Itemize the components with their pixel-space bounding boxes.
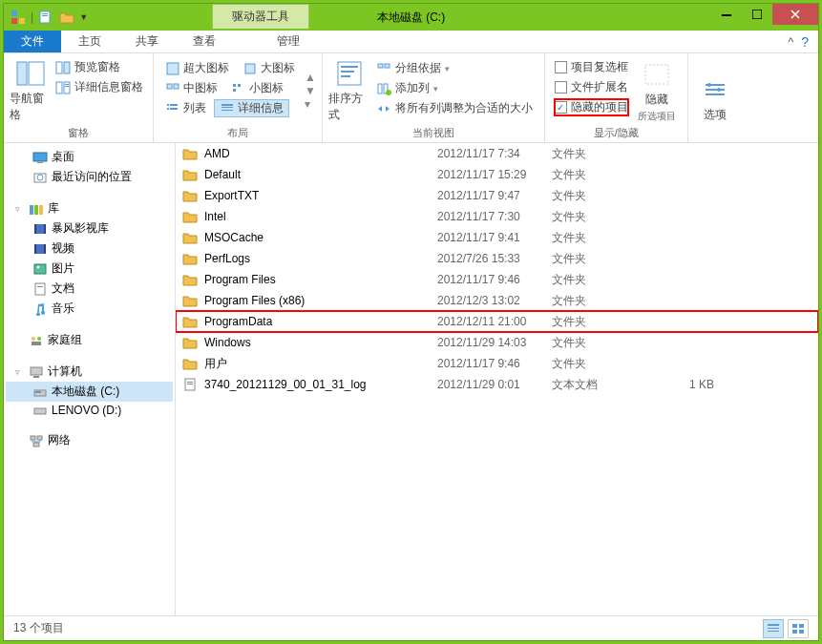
list-icon [165, 102, 180, 115]
file-extensions-toggle[interactable]: 文件扩展名 [555, 79, 628, 95]
file-row[interactable]: AMD2012/11/17 7:34文件夹 [176, 143, 818, 164]
file-name: MSOCache [204, 231, 437, 244]
svg-rect-8 [752, 10, 762, 19]
sidebar-item-libraries[interactable]: ▿库 [6, 198, 173, 218]
pictures-icon [32, 262, 48, 276]
preview-pane-button[interactable]: 预览窗格 [55, 59, 143, 75]
svg-rect-81 [799, 624, 804, 628]
file-type: 文件夹 [552, 272, 647, 288]
expand-icon[interactable]: ▿ [15, 367, 25, 377]
view-list[interactable]: 列表 [159, 99, 212, 117]
file-row[interactable]: ExportTXT2012/11/17 9:47文件夹 [176, 185, 818, 206]
view-toggle-icons[interactable] [788, 619, 809, 638]
properties-icon[interactable] [37, 9, 54, 26]
svg-rect-26 [167, 108, 169, 110]
svg-rect-61 [35, 283, 45, 295]
svg-rect-24 [167, 104, 169, 106]
minimize-ribbon-icon[interactable]: ^ [789, 35, 794, 49]
view-large[interactable]: 大图标 [237, 59, 301, 77]
file-row[interactable]: 3740_20121129_00_01_31_log2012/11/29 0:0… [176, 374, 818, 395]
file-row[interactable]: Program Files2012/11/17 9:46文件夹 [176, 269, 818, 290]
file-row[interactable]: Windows2012/11/29 14:03文件夹 [176, 332, 818, 353]
layout-more-icon[interactable]: ▾ [305, 97, 316, 111]
file-name: Intel [204, 210, 437, 223]
documents-icon [32, 282, 48, 296]
expand-icon[interactable]: ▿ [15, 204, 25, 214]
view-details[interactable]: 详细信息 [214, 99, 289, 117]
svg-rect-62 [37, 286, 43, 287]
new-folder-icon[interactable] [58, 9, 75, 26]
file-type: 文件夹 [552, 209, 647, 225]
file-list[interactable]: AMD2012/11/17 7:34文件夹Default2012/11/17 1… [176, 143, 818, 615]
svg-point-63 [32, 337, 35, 341]
hidden-items-toggle[interactable]: ✓隐藏的项目 [555, 99, 628, 115]
file-row[interactable]: MSOCache2012/11/17 9:41文件夹 [176, 227, 818, 248]
file-type: 文件夹 [552, 146, 647, 162]
file-date: 2012/12/11 21:00 [437, 315, 552, 328]
sort-icon [334, 58, 365, 89]
view-toggle-details[interactable] [763, 619, 784, 638]
svg-rect-50 [30, 205, 33, 215]
layout-down-icon[interactable]: ▼ [305, 84, 316, 97]
ribbon-tabs: 文件 主页 共享 查看 管理 ^ ? [4, 31, 818, 53]
sidebar-item-network[interactable]: 网络 [6, 430, 173, 450]
file-name: Program Files (x86) [204, 294, 437, 307]
tab-manage[interactable]: 管理 [260, 31, 317, 52]
file-size: 1 KB [647, 378, 724, 391]
sidebar-item-homegroup[interactable]: 家庭组 [6, 330, 173, 350]
add-columns-button[interactable]: 添加列▾ [374, 79, 535, 97]
tab-file[interactable]: 文件 [4, 31, 61, 52]
help-icon[interactable]: ? [801, 34, 809, 50]
libraries-icon [29, 202, 44, 216]
file-row[interactable]: Intel2012/11/17 7:30文件夹 [176, 206, 818, 227]
sidebar-item-storm[interactable]: 暴风影视库 [6, 218, 173, 239]
qat-dropdown-icon[interactable]: ▼ [79, 12, 88, 22]
file-type: 文本文档 [552, 377, 647, 393]
file-row[interactable]: Default2012/11/17 15:29文件夹 [176, 164, 818, 185]
sidebar-item-documents[interactable]: 文档 [6, 279, 173, 299]
sidebar-item-cdrive[interactable]: 本地磁盘 (C:) [6, 382, 173, 402]
details-icon [220, 102, 235, 115]
close-button[interactable] [772, 4, 818, 25]
ribbon-group-options: 选项 [688, 53, 742, 142]
sidebar-item-videos[interactable]: 视频 [6, 239, 173, 259]
add-columns-icon [376, 82, 391, 95]
sort-by-button[interactable]: 排序方式 [328, 57, 370, 124]
hide-selected-button[interactable]: 隐藏 所选项目 [632, 57, 682, 124]
group-by-button[interactable]: 分组依据▾ [374, 59, 535, 77]
minimize-button[interactable] [711, 4, 742, 25]
view-small[interactable]: 小图标 [225, 79, 289, 97]
ribbon-group-layout-label: 布局 [159, 124, 316, 140]
tab-view[interactable]: 查看 [176, 31, 233, 52]
navigation-pane-button[interactable]: 导航窗格 [10, 57, 52, 124]
folder-icon [181, 335, 199, 350]
sidebar-item-desktop[interactable]: 桌面 [6, 147, 173, 167]
maximize-button[interactable] [742, 4, 772, 25]
layout-up-icon[interactable]: ▲ [305, 71, 316, 84]
navigation-pane-label: 导航窗格 [10, 91, 52, 123]
svg-rect-69 [35, 391, 41, 393]
sidebar-item-recent[interactable]: 最近访问的位置 [6, 167, 173, 187]
fit-columns-button[interactable]: 将所有列调整为合适的大小 [374, 99, 535, 117]
file-row[interactable]: 用户2012/11/17 9:46文件夹 [176, 353, 818, 374]
details-pane-button[interactable]: 详细信息窗格 [55, 79, 143, 95]
svg-rect-5 [42, 13, 48, 14]
file-icon [181, 377, 199, 392]
svg-rect-66 [31, 367, 42, 375]
file-row[interactable]: ProgramData2012/12/11 21:00文件夹 [176, 311, 818, 332]
sidebar-item-ddrive[interactable]: LENOVO (D:) [6, 402, 173, 419]
sidebar-item-music[interactable]: 音乐 [6, 299, 173, 319]
sidebar-item-pictures[interactable]: 图片 [6, 259, 173, 279]
item-checkboxes-toggle[interactable]: 项目复选框 [555, 59, 628, 75]
tab-home[interactable]: 主页 [61, 31, 118, 52]
view-medium[interactable]: 中图标 [159, 79, 223, 97]
status-bar: 13 个项目 [4, 615, 818, 640]
view-extra-large[interactable]: 超大图标 [159, 59, 235, 77]
tab-share[interactable]: 共享 [118, 31, 176, 52]
file-name: Default [204, 168, 437, 181]
sidebar-item-computer[interactable]: ▿计算机 [6, 362, 173, 382]
details-pane-icon [55, 81, 71, 94]
options-button[interactable]: 选项 [694, 57, 736, 140]
file-row[interactable]: PerfLogs2012/7/26 15:33文件夹 [176, 248, 818, 269]
file-row[interactable]: Program Files (x86)2012/12/3 13:02文件夹 [176, 290, 818, 311]
